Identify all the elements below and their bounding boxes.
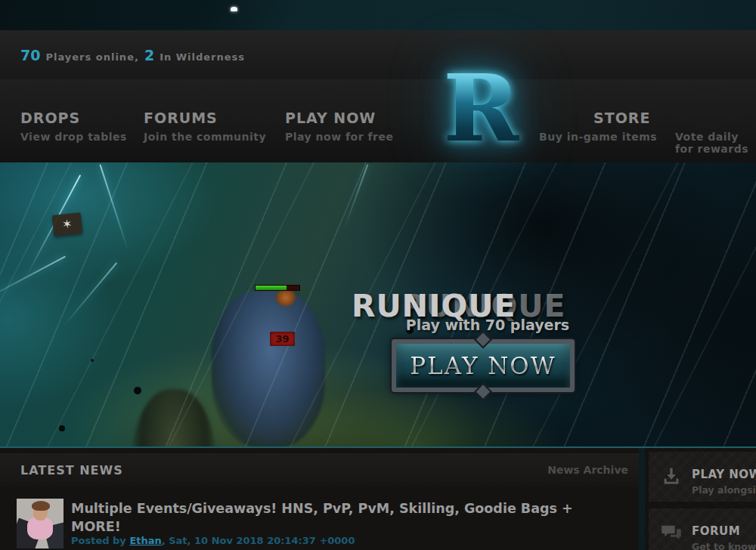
nav-sub-drops: View drop tables — [20, 131, 127, 143]
news-archive-link[interactable]: News Archive — [547, 464, 628, 476]
hitsplat: 39 — [270, 332, 295, 346]
play-now-button-label: PLAY NOW — [410, 352, 556, 379]
nav-item-forums[interactable]: FORUMS — [144, 110, 218, 126]
wilderness-count: 2 — [144, 47, 154, 63]
nav-sub-store: Buy in-game items — [539, 131, 657, 143]
hero-banner: ✶ 39 RUNIQUE RUNIQUE Play with 70 player… — [0, 162, 756, 448]
page-background-band — [0, 0, 756, 30]
author-link[interactable]: Ethan — [129, 535, 161, 546]
main-nav: DROPS View drop tables FORUMS Join the c… — [0, 79, 756, 162]
spark-decoration — [231, 7, 237, 11]
players-online-label: Players online, — [45, 51, 138, 63]
nav-sub-forums: Join the community — [144, 131, 266, 143]
star-icon: ✶ — [61, 216, 73, 231]
players-online-count: 70 — [20, 47, 40, 63]
download-icon — [661, 465, 682, 487]
sidebar: PLAY NOW Play alongside other players FO… — [645, 448, 756, 550]
news-section-title: LATEST NEWS — [20, 463, 123, 477]
news-header-bar: LATEST NEWS News Archive — [0, 453, 639, 487]
sidebar-card-play-now[interactable]: PLAY NOW Play alongside other players — [649, 452, 756, 502]
wilderness-label: In Wilderness — [160, 51, 245, 63]
latest-news-section: LATEST NEWS News Archive Multiple Events… — [0, 448, 639, 550]
nav-item-play-now[interactable]: PLAY NOW — [285, 110, 376, 126]
news-item-meta: Posted by Ethan, Sat, 10 Nov 2018 20:14:… — [71, 535, 355, 546]
sidebar-card-forum[interactable]: FORUM Get to know the community — [649, 508, 756, 550]
author-avatar[interactable] — [17, 499, 64, 548]
star-emblem: ✶ — [52, 212, 83, 236]
post-date: , Sat, 10 Nov 2018 20:14:37 +0000 — [162, 535, 355, 546]
stats-bar: 70 Players online, 2 In Wilderness — [0, 30, 756, 80]
hero-subtitle: Play with 70 players — [363, 317, 612, 333]
posted-by-label: Posted by — [71, 535, 129, 546]
hero-divider — [0, 446, 756, 448]
sidebar-play-now-subtitle: Play alongside other players — [692, 484, 756, 496]
nav-sub-vote: Vote daily for rewards — [675, 131, 756, 155]
nav-sub-play-now: Play now for free — [285, 131, 393, 143]
nav-item-store[interactable]: STORE — [593, 110, 650, 126]
sidebar-play-now-title: PLAY NOW — [692, 468, 756, 481]
sidebar-forum-title: FORUM — [692, 524, 740, 538]
health-bar-fill — [256, 286, 287, 290]
sidebar-forum-subtitle: Get to know the community — [692, 541, 756, 550]
nav-item-drops[interactable]: DROPS — [20, 110, 80, 126]
play-now-button[interactable]: PLAY NOW — [392, 339, 575, 392]
page: 70 Players online, 2 In Wilderness DROPS… — [0, 0, 756, 550]
site-logo[interactable]: R — [443, 57, 519, 159]
forum-icon — [661, 522, 682, 543]
health-bar — [255, 285, 300, 291]
news-item-title[interactable]: Multiple Events/Giveaways! HNS, PvP, PvM… — [71, 499, 608, 536]
